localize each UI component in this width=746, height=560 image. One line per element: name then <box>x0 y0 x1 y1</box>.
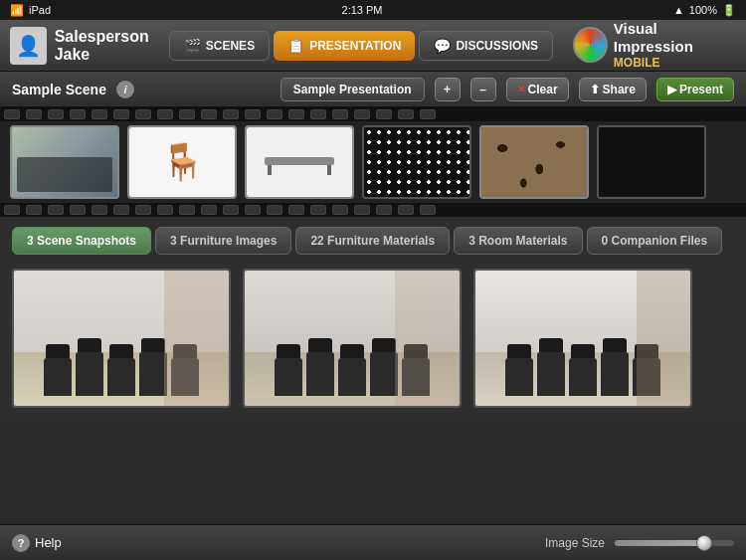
scene-name: Sample Scene <box>12 82 106 97</box>
mini-chair <box>139 352 167 396</box>
nav-tabs: 🎬 SCENES 📋 PRESENTATION 💬 DISCUSSIONS <box>169 31 553 61</box>
film-hole <box>70 109 86 119</box>
minus-icon: – <box>479 83 486 96</box>
tab-scene-snapshots[interactable]: 3 Scene Snapshots <box>12 227 151 255</box>
film-hole <box>92 205 107 215</box>
add-button[interactable]: + <box>435 78 461 101</box>
user-name: Salesperson Jake <box>55 28 149 64</box>
film-holes-bottom <box>0 203 746 217</box>
film-hole <box>4 205 20 215</box>
thumb-table-img <box>247 127 352 197</box>
tab-room-materials[interactable]: 3 Room Materials <box>454 227 582 255</box>
share-button[interactable]: ⬆ Share <box>579 78 647 101</box>
gallery-item-3[interactable] <box>473 269 692 408</box>
tab-room-materials-label: 3 Room Materials <box>468 234 567 248</box>
logo-subtitle: MOBILE <box>614 56 736 70</box>
tab-furniture-materials-label: 22 Furniture Materials <box>310 234 435 248</box>
filmstrip-thumb-1[interactable] <box>10 125 119 199</box>
status-left: 📶 iPad <box>10 4 51 17</box>
tab-presentation-label: PRESENTATION <box>309 39 401 53</box>
logo-title: Visual Impression <box>614 20 736 56</box>
film-hole <box>420 205 436 215</box>
gallery-item-2[interactable] <box>243 269 462 408</box>
film-hole <box>113 205 129 215</box>
tab-companion-files[interactable]: 0 Companion Files <box>587 227 723 255</box>
clear-button[interactable]: ✕ Clear <box>506 78 569 101</box>
film-hole <box>354 205 370 215</box>
film-content: 🪑 <box>0 121 746 203</box>
film-hole <box>48 205 64 215</box>
film-hole <box>288 109 304 119</box>
film-hole <box>48 109 64 119</box>
tab-scenes[interactable]: 🎬 SCENES <box>169 31 270 61</box>
filmstrip-thumb-5[interactable] <box>479 125 589 199</box>
remove-button[interactable]: – <box>470 78 496 101</box>
tab-companion-files-label: 0 Companion Files <box>602 234 708 248</box>
tab-scenes-label: SCENES <box>206 39 255 53</box>
battery-label: 100% <box>689 4 717 16</box>
film-hole <box>267 109 282 119</box>
film-holes-top <box>0 107 746 121</box>
content-tabs: 3 Scene Snapshots 3 Furniture Images 22 … <box>12 227 734 255</box>
tab-furniture-images[interactable]: 3 Furniture Images <box>155 227 291 255</box>
film-hole <box>398 109 414 119</box>
film-hole <box>201 205 217 215</box>
svg-rect-0 <box>265 157 334 165</box>
scene-info-button[interactable]: i <box>116 81 134 98</box>
film-hole <box>332 205 348 215</box>
filmstrip-thumb-2[interactable]: 🪑 <box>127 125 237 199</box>
play-icon: ▶ <box>667 83 676 96</box>
scene-image-3 <box>475 271 690 406</box>
app-logo: Visual Impression MOBILE <box>573 20 736 70</box>
tab-furniture-materials[interactable]: 22 Furniture Materials <box>295 227 450 255</box>
top-nav: 👤 Salesperson Jake 🎬 SCENES 📋 PRESENTATI… <box>0 20 746 72</box>
film-hole <box>288 205 304 215</box>
mini-chair <box>537 352 565 396</box>
svg-rect-2 <box>327 165 331 175</box>
scene-image-2 <box>245 271 460 406</box>
content-area: 3 Scene Snapshots 3 Furniture Images 22 … <box>0 217 746 422</box>
thumb-leopard-img <box>481 127 587 197</box>
film-hole <box>179 205 195 215</box>
tab-presentation[interactable]: 📋 PRESENTATION <box>274 31 415 61</box>
mini-chair <box>44 358 72 396</box>
film-hole <box>157 205 173 215</box>
film-hole <box>223 205 239 215</box>
film-hole <box>113 109 129 119</box>
film-hole <box>420 109 436 119</box>
status-bar: 📶 iPad 2:13 PM ▲ 100% 🔋 <box>0 0 746 20</box>
filmstrip-thumb-4[interactable] <box>362 125 471 199</box>
scene-image-1 <box>14 271 229 406</box>
mini-chair <box>569 358 597 396</box>
film-hole <box>157 109 173 119</box>
film-hole <box>354 109 370 119</box>
film-hole <box>92 109 107 119</box>
tab-discussions[interactable]: 💬 DISCUSSIONS <box>419 31 553 61</box>
film-hole <box>4 109 20 119</box>
bottom-bar: ? Help Image Size <box>0 524 746 560</box>
presentation-name: Sample Presentation <box>280 78 425 101</box>
user-avatar: 👤 <box>10 27 47 65</box>
filmstrip-thumb-6[interactable] <box>597 125 706 199</box>
film-hole <box>245 109 261 119</box>
slider-thumb[interactable] <box>696 535 712 551</box>
present-label: Present <box>679 83 723 96</box>
scene-bar: Sample Scene i Sample Presentation + – ✕… <box>0 72 746 107</box>
film-hole <box>376 109 392 119</box>
scenes-icon: 🎬 <box>184 38 201 54</box>
filmstrip-thumb-3[interactable] <box>245 125 354 199</box>
image-size-slider[interactable] <box>615 540 734 546</box>
mini-chair <box>306 352 334 396</box>
gallery-item-1[interactable] <box>12 269 231 408</box>
film-hole <box>135 205 151 215</box>
film-hole <box>398 205 414 215</box>
present-button[interactable]: ▶ Present <box>656 78 734 101</box>
tab-snapshots-label: 3 Scene Snapshots <box>27 234 136 248</box>
help-button[interactable]: ? Help <box>12 534 62 552</box>
help-icon: ? <box>12 534 30 552</box>
image-size-label: Image Size <box>545 536 605 550</box>
film-hole <box>26 205 42 215</box>
mini-chair <box>601 352 629 396</box>
carrier-icon: 📶 <box>10 4 24 17</box>
thumb-conference-img <box>12 127 117 197</box>
